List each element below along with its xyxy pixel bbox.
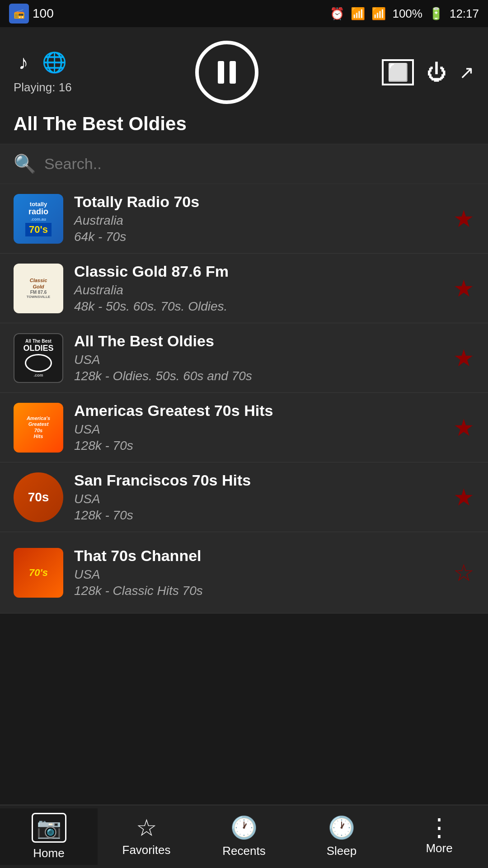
list-item[interactable]: 70s San Franciscos 70s Hits USA 128k - 7… [0,462,488,532]
station-details: 48k - 50s. 60s. 70s. Oldies. [74,299,442,314]
station-logo-sf: 70s [14,472,63,522]
station-info: Americas Greatest 70s Hits USA 128k - 70… [74,402,442,453]
search-container[interactable]: 🔍 [0,144,488,184]
favorite-star[interactable]: ★ [453,344,474,372]
station-country: Australia [74,283,442,297]
left-icon-row: ♪ 🌐 [19,51,67,74]
nav-item-more[interactable]: ⋮ More [390,813,488,859]
pause-button[interactable] [195,41,258,104]
favorite-star[interactable]: ★ [453,275,474,302]
home-icon: 📷 [32,813,66,843]
battery-percent: 100% [392,7,422,21]
station-name: That 70s Channel [74,547,442,565]
favorite-star[interactable]: ★ [453,484,474,511]
pause-bar-right [230,61,236,84]
station-info: That 70s Channel USA 128k - Classic Hits… [74,547,442,598]
station-country: USA [74,422,442,437]
status-app-number: 100 [33,6,54,21]
station-info: Totally Radio 70s Australia 64k - 70s [74,193,442,244]
search-input[interactable] [44,155,474,173]
share-icon[interactable]: ↗ [459,62,474,83]
station-details: 64k - 70s [74,230,442,244]
favorite-star[interactable]: ☆ [453,559,474,586]
station-details: 128k - 70s [74,508,442,523]
station-name: All The Best Oldies [74,332,442,350]
sleep-label: Sleep [327,844,357,858]
pause-bar-left [218,61,224,84]
station-details: 128k - 70s [74,439,442,453]
station-list: totally radio .com.au 70's Totally Radio… [0,184,488,613]
playing-label: Playing: 16 [14,80,72,94]
station-country: USA [74,353,442,367]
player-header: ♪ 🌐 Playing: 16 ⬜ ⏻ ↗ All The Best Oldie… [0,27,488,144]
station-name: Americas Greatest 70s Hits [74,402,442,420]
alarm-icon: ⏰ [330,7,344,21]
clock: 12:17 [450,7,479,21]
station-details: 128k - Oldies. 50s. 60s and 70s [74,369,442,383]
station-country: USA [74,567,442,582]
station-name: Totally Radio 70s [74,193,442,211]
station-info: All The Best Oldies USA 128k - Oldies. 5… [74,332,442,383]
pause-icon [218,61,236,84]
search-icon: 🔍 [14,153,36,175]
sleep-icon: 🕐 [328,815,355,840]
recents-label: Recents [222,844,265,858]
player-left-icons: ♪ 🌐 Playing: 16 [14,51,72,94]
station-name: San Franciscos 70s Hits [74,472,442,489]
station-logo-americas: America'sGreatest70sHits [14,403,63,453]
home-label: Home [33,846,64,860]
list-item[interactable]: totally radio .com.au 70's Totally Radio… [0,184,488,254]
status-bar: 📻 100 ⏰ 📶 📶 100% 🔋 12:17 [0,0,488,27]
signal-icon: 📶 [371,7,386,21]
nav-item-recents[interactable]: 🕐 Recents [195,811,293,863]
now-playing-title: All The Best Oldies [14,113,187,135]
favorites-label: Favorites [122,843,171,857]
more-icon: ⋮ [427,818,451,837]
station-logo-totally: totally radio .com.au 70's [14,194,63,244]
bottom-nav: 📷 Home ☆ Favorites 🕐 Recents 🕐 Sleep ⋮ M… [0,805,488,868]
status-right: ⏰ 📶 📶 100% 🔋 12:17 [330,7,479,21]
station-logo-oldies: All The Best OLDIES .com [14,333,63,383]
wifi-icon: 📶 [351,7,365,21]
player-right-icons: ⬜ ⏻ ↗ [382,59,474,85]
favorites-icon: ☆ [136,816,157,840]
list-item[interactable]: All The Best OLDIES .com All The Best Ol… [0,323,488,393]
app-icon: 📻 [9,4,29,24]
nav-item-home[interactable]: 📷 Home [0,808,98,865]
station-name: Classic Gold 87.6 Fm [74,263,442,280]
station-info: San Franciscos 70s Hits USA 128k - 70s [74,472,442,523]
more-label: More [426,841,452,855]
player-controls-row: ♪ 🌐 Playing: 16 ⬜ ⏻ ↗ [14,41,474,104]
station-country: USA [74,492,442,506]
station-logo-that70s: 70's [14,548,63,598]
stop-icon[interactable]: ⬜ [382,59,414,85]
nav-item-favorites[interactable]: ☆ Favorites [98,811,195,862]
favorite-star[interactable]: ★ [453,205,474,232]
globe-icon[interactable]: 🌐 [42,51,67,74]
station-info: Classic Gold 87.6 Fm Australia 48k - 50s… [74,263,442,314]
recents-icon: 🕐 [230,815,258,840]
station-details: 128k - Classic Hits 70s [74,584,442,598]
music-note-icon[interactable]: ♪ [19,51,28,74]
status-left: 📻 100 [9,4,54,24]
power-icon[interactable]: ⏻ [427,61,446,84]
list-item[interactable]: America'sGreatest70sHits Americas Greate… [0,393,488,462]
nav-item-sleep[interactable]: 🕐 Sleep [293,811,390,863]
favorite-star[interactable]: ★ [453,414,474,441]
station-country: Australia [74,213,442,228]
list-item[interactable]: 70's That 70s Channel USA 128k - Classic… [0,532,488,613]
battery-icon: 🔋 [429,7,443,21]
station-logo-classic: ClassicGold FM 87.6 TOWNSVILLE [14,264,63,313]
list-item[interactable]: ClassicGold FM 87.6 TOWNSVILLE Classic G… [0,254,488,323]
